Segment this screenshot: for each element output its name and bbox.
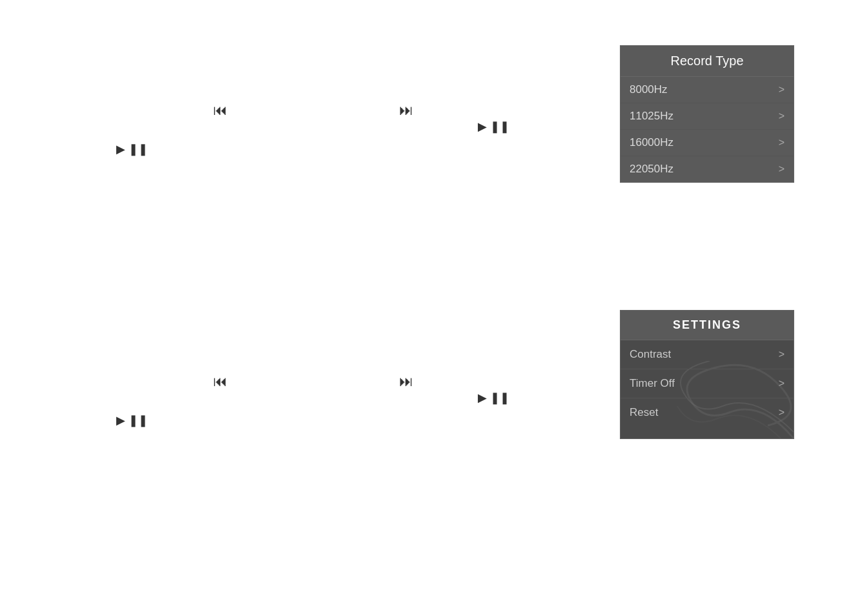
skip-forward-icon: ⏭ (399, 373, 413, 389)
player1-skip-forward-button[interactable]: ⏭ (399, 103, 413, 118)
settings-label-contrast: Contrast (630, 348, 671, 361)
chevron-right-icon: > (779, 407, 785, 418)
chevron-right-icon: > (779, 349, 785, 360)
skip-back-icon: ⏮ (213, 102, 227, 118)
play-pause-icon: ▶ ❚❚ (116, 143, 148, 156)
record-type-item-8000hz[interactable]: 8000Hz > (621, 77, 794, 103)
settings-item-reset[interactable]: Reset > (621, 398, 794, 438)
player2-skip-back-button[interactable]: ⏮ (213, 375, 227, 389)
record-type-label-16000hz: 16000Hz (630, 136, 673, 149)
settings-label-reset: Reset (630, 406, 658, 419)
chevron-right-icon: > (779, 84, 785, 96)
settings-title: SETTINGS (621, 311, 794, 340)
player2-skip-forward-button[interactable]: ⏭ (399, 375, 413, 389)
settings-label-timer-off: Timer Off (630, 377, 675, 390)
record-type-item-11025hz[interactable]: 11025Hz > (621, 103, 794, 130)
settings-panel: SETTINGS Contrast > Timer Off > Reset > (620, 310, 794, 439)
settings-items-container: Contrast > Timer Off > Reset > (621, 340, 794, 438)
player1-play-pause-top-button[interactable]: ▶ ❚❚ (478, 119, 509, 134)
record-type-label-22050hz: 22050Hz (630, 163, 673, 176)
play-pause-icon: ▶ ❚❚ (478, 391, 509, 404)
settings-item-contrast[interactable]: Contrast > (621, 340, 794, 369)
chevron-right-icon: > (779, 163, 785, 175)
record-type-title: Record Type (621, 46, 794, 77)
play-pause-icon: ▶ ❚❚ (116, 414, 148, 427)
record-type-item-16000hz[interactable]: 16000Hz > (621, 130, 794, 156)
skip-forward-icon: ⏭ (399, 102, 413, 118)
player1-play-pause-bottom-button[interactable]: ▶ ❚❚ (116, 142, 148, 156)
record-type-label-11025hz: 11025Hz (630, 110, 673, 123)
play-pause-icon: ▶ ❚❚ (478, 120, 509, 133)
record-type-label-8000hz: 8000Hz (630, 83, 668, 96)
record-type-item-22050hz[interactable]: 22050Hz > (621, 156, 794, 182)
player1-skip-back-button[interactable]: ⏮ (213, 103, 227, 118)
skip-back-icon: ⏮ (213, 373, 227, 389)
record-type-panel: Record Type 8000Hz > 11025Hz > 16000Hz >… (620, 45, 794, 183)
player2-play-pause-top-button[interactable]: ▶ ❚❚ (478, 391, 509, 405)
chevron-right-icon: > (779, 378, 785, 389)
player2-play-pause-bottom-button[interactable]: ▶ ❚❚ (116, 413, 148, 427)
settings-item-timer-off[interactable]: Timer Off > (621, 369, 794, 398)
chevron-right-icon: > (779, 137, 785, 149)
chevron-right-icon: > (779, 110, 785, 122)
